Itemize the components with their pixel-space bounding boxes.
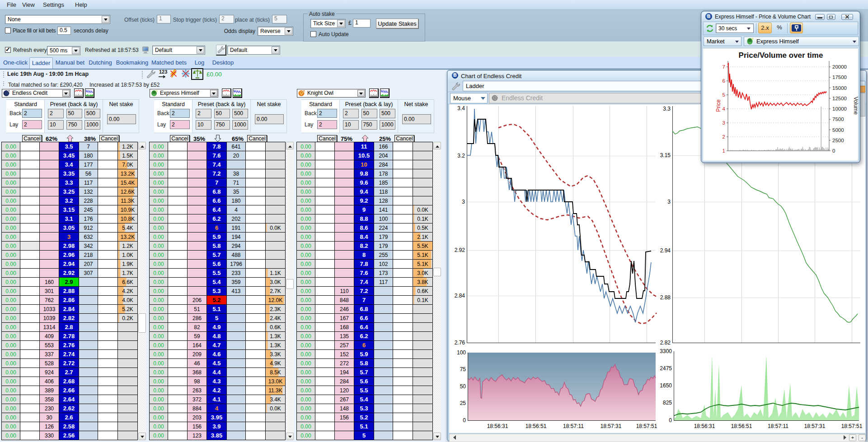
svg-text:75: 75 bbox=[460, 366, 466, 372]
svg-text:2500: 2500 bbox=[832, 138, 844, 143]
svg-text:3: 3 bbox=[462, 199, 465, 205]
svg-text:18:57:51: 18:57:51 bbox=[841, 423, 863, 429]
svg-text:2.76: 2.76 bbox=[455, 340, 465, 346]
svg-text:825: 825 bbox=[663, 400, 672, 406]
svg-text:18:56:51: 18:56:51 bbox=[731, 423, 752, 429]
svg-text:4: 4 bbox=[723, 106, 726, 112]
svg-text:0: 0 bbox=[669, 417, 672, 423]
svg-text:5: 5 bbox=[723, 92, 725, 98]
svg-text:18:57:11: 18:57:11 bbox=[563, 423, 584, 429]
svg-text:1: 1 bbox=[723, 148, 725, 154]
svg-text:18:57:31: 18:57:31 bbox=[804, 423, 826, 429]
svg-text:3: 3 bbox=[667, 199, 671, 205]
svg-text:3300: 3300 bbox=[660, 348, 672, 354]
svg-text:7500: 7500 bbox=[832, 116, 844, 122]
svg-text:18:56:51: 18:56:51 bbox=[525, 423, 547, 429]
svg-text:1650: 1650 bbox=[660, 382, 672, 389]
svg-text:3: 3 bbox=[723, 120, 725, 126]
svg-text:3.15: 3.15 bbox=[660, 152, 671, 158]
svg-text:3.4: 3.4 bbox=[457, 105, 465, 112]
svg-text:18:57:51: 18:57:51 bbox=[636, 423, 657, 429]
svg-text:2.84: 2.84 bbox=[455, 293, 465, 299]
svg-text:Price/Volume over time: Price/Volume over time bbox=[739, 51, 823, 60]
svg-text:3.3: 3.3 bbox=[663, 106, 671, 112]
svg-text:17500: 17500 bbox=[832, 74, 847, 80]
svg-text:2.94: 2.94 bbox=[660, 247, 671, 254]
svg-text:2.88: 2.88 bbox=[660, 294, 671, 301]
svg-text:2: 2 bbox=[723, 134, 725, 140]
svg-text:25: 25 bbox=[460, 400, 466, 406]
svg-text:Price: Price bbox=[715, 99, 722, 112]
svg-text:2475: 2475 bbox=[660, 365, 672, 372]
svg-text:7: 7 bbox=[723, 64, 725, 70]
svg-text:18:56:31: 18:56:31 bbox=[694, 423, 715, 429]
svg-text:6: 6 bbox=[723, 78, 725, 84]
svg-text:3.2: 3.2 bbox=[457, 153, 465, 159]
svg-text:2.92: 2.92 bbox=[455, 247, 465, 253]
svg-text:0: 0 bbox=[832, 148, 835, 154]
svg-text:50: 50 bbox=[460, 383, 466, 390]
svg-text:12500: 12500 bbox=[832, 96, 847, 101]
svg-text:0: 0 bbox=[463, 417, 466, 423]
svg-text:2.82: 2.82 bbox=[660, 340, 671, 346]
svg-text:20000: 20000 bbox=[832, 64, 847, 70]
svg-text:10000: 10000 bbox=[832, 106, 847, 112]
svg-text:5000: 5000 bbox=[832, 127, 844, 133]
svg-text:Volume: Volume bbox=[853, 97, 859, 115]
svg-text:18:57:11: 18:57:11 bbox=[768, 423, 788, 429]
svg-text:100: 100 bbox=[457, 349, 466, 356]
svg-text:18:57:31: 18:57:31 bbox=[601, 423, 622, 429]
svg-text:15000: 15000 bbox=[832, 85, 847, 91]
svg-text:18:56:31: 18:56:31 bbox=[487, 423, 508, 429]
